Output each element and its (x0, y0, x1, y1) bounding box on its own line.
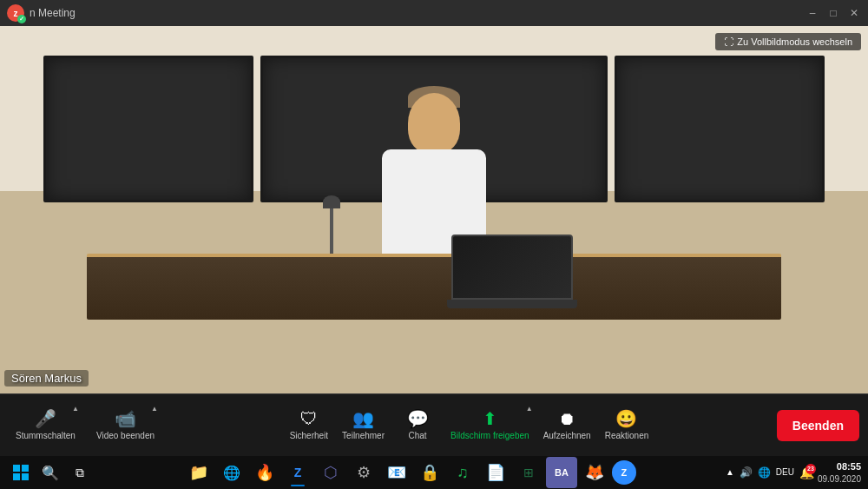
close-button[interactable]: ✕ (847, 6, 861, 20)
system-tray: ▲ 🔊 🌐 DEU 🔔 23 (726, 466, 814, 479)
taskbar-left: 🔍 ⧉ (7, 459, 94, 486)
minimize-button[interactable]: – (806, 6, 819, 20)
notification-icon[interactable]: 🔔 23 (799, 466, 814, 479)
fullscreen-icon: ⛶ (724, 36, 733, 47)
video-caret: ▲ (151, 405, 158, 413)
chat-icon: 💬 (407, 410, 429, 427)
person-head (408, 93, 460, 154)
blackboard-left (43, 56, 253, 202)
fullscreen-label: Zu Vollbildmodus wechseln (737, 36, 852, 47)
zoom-icon: Z (294, 466, 302, 479)
teams2-app[interactable]: BA (546, 457, 577, 488)
file-explorer-icon: 📁 (189, 463, 208, 482)
windows-logo (13, 465, 29, 480)
notification-count: 23 (806, 464, 816, 474)
taskbar-center: 📁 🌐 🔥 Z ⬡ ⚙ 📧 🔒 ♫ (94, 457, 726, 488)
title-bar: z n Meeting – □ ✕ (0, 0, 868, 26)
toolbar-right: Beenden (777, 410, 859, 441)
end-button[interactable]: Beenden (777, 410, 859, 441)
taskbar: 🔍 ⧉ 📁 🌐 🔥 Z ⬡ ⚙ 📧 (0, 456, 868, 489)
share-label: Bildschirm freigeben (450, 431, 529, 440)
outlook-app[interactable]: 📧 (381, 457, 412, 488)
search-button[interactable]: 🔍 (36, 459, 64, 486)
zoom-app[interactable]: Z (282, 457, 313, 488)
lock-app[interactable]: 🔒 (414, 457, 445, 488)
desk (87, 254, 781, 320)
record-button[interactable]: ⏺ Aufzeichnen (536, 400, 598, 452)
clock-date: 09.09.2020 (818, 473, 861, 485)
security-label: Sicherheit (290, 431, 328, 440)
teams2-icon: BA (555, 467, 569, 478)
teams-app[interactable]: ⬡ (315, 457, 346, 488)
settings-app[interactable]: ⚙ (348, 457, 379, 488)
reactions-button[interactable]: 😀 Reaktionen (598, 400, 656, 452)
video-button[interactable]: ▲ 📹 Video beenden (89, 400, 161, 452)
share-screen-button[interactable]: ▲ ⬆ Bildschirm freigeben (444, 400, 536, 452)
network-icon[interactable]: 🌐 (758, 466, 771, 479)
excel-app[interactable]: ⊞ (513, 457, 544, 488)
toolbar-center: 🛡 Sicherheit 👥 Teilnehmer 💬 Chat ▲ ⬆ Bil… (283, 400, 656, 452)
taskbar-right: ▲ 🔊 🌐 DEU 🔔 23 08:55 09.09.2020 (726, 460, 861, 484)
chat-button[interactable]: 💬 Chat (391, 400, 444, 452)
excel-icon: ⊞ (523, 466, 534, 479)
security-icon: 🛡 (300, 410, 318, 427)
share-caret: ▲ (526, 405, 533, 413)
record-icon: ⏺ (558, 410, 575, 427)
outlook-icon: 📧 (387, 463, 406, 482)
task-view-button[interactable]: ⧉ (66, 459, 94, 486)
participants-icon: 👥 (352, 410, 374, 427)
mute-button[interactable]: ▲ 🎤 Stummschalten (9, 400, 82, 452)
share-icon: ⬆ (483, 410, 497, 427)
window-controls: – □ ✕ (806, 6, 861, 20)
clock-time: 08:55 (818, 460, 861, 472)
mute-icon: 🎤 (35, 410, 56, 427)
file-explorer-app[interactable]: 📁 (183, 457, 214, 488)
search-icon: 🔍 (42, 465, 59, 481)
fullscreen-button[interactable]: ⛶ Zu Vollbildmodus wechseln (715, 33, 861, 50)
video-scene: Sören Markus ⛶ Zu Vollbildmodus wechseln (0, 26, 868, 393)
toolbar-left: ▲ 🎤 Stummschalten ▲ 📹 Video beenden (9, 400, 161, 452)
time-display: 08:55 09.09.2020 (818, 460, 861, 484)
edge-app[interactable]: 🌐 (216, 457, 247, 488)
video-icon: 📹 (115, 410, 136, 427)
teams-icon: ⬡ (324, 463, 338, 482)
spotify-icon: ♫ (457, 464, 469, 482)
start-button[interactable] (7, 459, 35, 486)
blackboard-right (615, 56, 825, 202)
notepad-app[interactable]: 📄 (480, 457, 511, 488)
settings-icon: ⚙ (357, 463, 371, 482)
video-label: Video beenden (96, 431, 155, 440)
participants-button[interactable]: 👥 Teilnehmer (335, 400, 391, 452)
laptop-screen (451, 235, 573, 300)
task-view-icon: ⧉ (76, 466, 84, 480)
edge-icon: 🌐 (223, 465, 240, 481)
chat-label: Chat (408, 431, 426, 440)
zoom2-icon: Z (621, 467, 628, 478)
speaker-icon[interactable]: 🔊 (740, 466, 753, 479)
laptop-base (447, 300, 577, 308)
mute-caret: ▲ (72, 405, 79, 413)
app-logo: z (7, 4, 24, 22)
record-label: Aufzeichnen (543, 431, 591, 440)
browser-app[interactable]: 🔥 (249, 457, 280, 488)
zoom-toolbar: ▲ 🎤 Stummschalten ▲ 📹 Video beenden 🛡 Si… (0, 393, 868, 456)
browser-icon: 🔥 (255, 463, 274, 482)
lock-icon: 🔒 (420, 463, 439, 482)
participant-name: Sören Markus (4, 370, 89, 387)
reactions-label: Reaktionen (605, 431, 649, 440)
participants-label: Teilnehmer (342, 431, 385, 440)
firefox-app[interactable]: 🦊 (579, 457, 610, 488)
zoom2-app[interactable]: Z (612, 460, 636, 485)
reactions-icon: 😀 (615, 410, 637, 427)
tray-arrow[interactable]: ▲ (726, 467, 734, 477)
firefox-icon: 🦊 (585, 463, 604, 482)
mute-label: Stummschalten (16, 431, 76, 440)
video-area: Sören Markus ⛶ Zu Vollbildmodus wechseln (0, 26, 868, 393)
maximize-button[interactable]: □ (826, 6, 840, 20)
language-label[interactable]: DEU (776, 467, 794, 477)
notepad-icon: 📄 (486, 463, 505, 482)
security-button[interactable]: 🛡 Sicherheit (283, 400, 335, 452)
mic-head (323, 195, 340, 208)
person (365, 80, 503, 254)
spotify-app[interactable]: ♫ (447, 457, 478, 488)
